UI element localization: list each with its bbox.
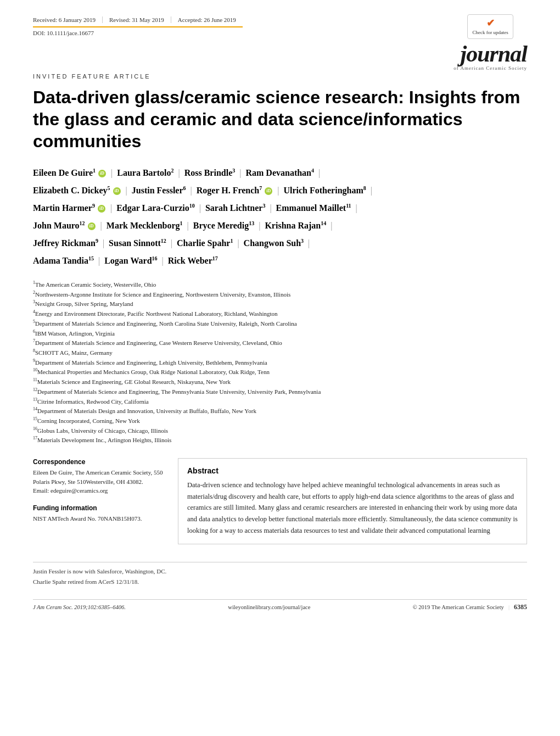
orcid-deguire: iD bbox=[98, 170, 106, 177]
author-fessler-sup: 6 bbox=[183, 185, 186, 191]
affiliation-item: 11Materials Science and Engineering, GE … bbox=[33, 377, 527, 387]
author-french-sup: 7 bbox=[259, 185, 262, 191]
author-rickman-sup: 9 bbox=[96, 238, 98, 244]
affiliation-item: 4Energy and Environment Directorate, Pac… bbox=[33, 309, 527, 319]
author-deguire-sup: 1 bbox=[93, 168, 96, 174]
author-mauro-sup: 12 bbox=[80, 220, 85, 226]
affiliation-item: 17Materials Development Inc., Arlington … bbox=[33, 435, 527, 445]
author-laracurzio-sup: 10 bbox=[189, 203, 195, 209]
orcid-mauro: iD bbox=[88, 222, 96, 230]
abstract-heading: Abstract bbox=[187, 466, 518, 475]
journal-logo: journal bbox=[453, 42, 527, 65]
orcid-french: iD bbox=[265, 187, 272, 195]
author-lichtner: Sarah Lichtner bbox=[205, 203, 262, 213]
authors-line-1: Eileen De Guire1 iD | Laura Bartolo2 | R… bbox=[33, 164, 527, 182]
author-rickman: Jeffrey Rickman bbox=[33, 238, 96, 248]
footer-bar: J Am Ceram Soc. 2019;102:6385–6406. wile… bbox=[33, 599, 527, 611]
authors-line-6: Adama Tandia15 | Logan Ward16 | Rick Web… bbox=[33, 252, 527, 270]
author-ward: Logan Ward bbox=[104, 256, 152, 265]
author-ward-sup: 16 bbox=[152, 255, 158, 261]
author-sinnott: Susan Sinnott bbox=[109, 238, 161, 248]
header-dates-bar: Received: 6 January 2019 Revised: 31 May… bbox=[33, 16, 243, 27]
funding-heading: Funding information bbox=[33, 504, 165, 512]
author-spahr-sup: 1 bbox=[230, 238, 233, 244]
affiliation-item: 13Citrine Informatics, Redwood City, Cal… bbox=[33, 397, 527, 406]
section-label: INVITED FEATURE ARTICLE bbox=[33, 73, 527, 80]
affiliation-item: 1The American Ceramic Society, Westervil… bbox=[33, 280, 527, 289]
abstract-text: Data-driven science and technology have … bbox=[187, 479, 518, 536]
footer-citation: J Am Ceram Soc. 2019;102:6385–6406. bbox=[33, 604, 126, 610]
author-laracurzio: Edgar Lara-Curzio bbox=[116, 203, 189, 213]
affiliation-item: 12Department of Materials Science and En… bbox=[33, 387, 527, 397]
footnotes-section: Justin Fessler is now with Salesforce, W… bbox=[33, 562, 527, 586]
main-columns: Correspondence Eileen De Guire, The Amer… bbox=[33, 458, 527, 544]
doi-line: DOI: 10.1111/jace.16677 bbox=[33, 30, 243, 36]
footer-right: © 2019 The American Ceramic Society | 63… bbox=[413, 603, 527, 611]
author-mauro: John Mauro bbox=[33, 221, 80, 230]
affiliation-item: 10Mechanical Properties and Mechanics Gr… bbox=[33, 367, 527, 377]
affiliation-item: 7Department of Materials Science and Eng… bbox=[33, 338, 527, 348]
check-updates-badge[interactable]: ✔ Check for updates bbox=[467, 14, 513, 39]
author-french: Roger H. French bbox=[197, 186, 260, 195]
revised-date: Revised: 31 May 2019 bbox=[103, 16, 171, 23]
author-bartolo: Laura Bartolo bbox=[117, 168, 171, 177]
funding-block: Funding information NIST AMTech Award No… bbox=[33, 504, 165, 523]
author-tandia-sup: 15 bbox=[88, 255, 94, 261]
abstract-block: Abstract Data-driven science and technol… bbox=[178, 458, 527, 544]
author-dickey-sup: 5 bbox=[108, 185, 110, 191]
page: Received: 6 January 2019 Revised: 31 May… bbox=[0, 0, 560, 736]
author-tandia: Adama Tandia bbox=[33, 256, 88, 265]
author-lichtner-sup: 3 bbox=[262, 203, 265, 209]
funding-text: NIST AMTech Award No. 70NANB15H073. bbox=[33, 514, 165, 523]
received-date: Received: 6 January 2019 bbox=[33, 16, 103, 23]
orcid-dickey: iD bbox=[113, 187, 121, 195]
author-spahr: Charlie Spahr bbox=[177, 238, 230, 248]
affiliations-list: 1The American Ceramic Society, Westervil… bbox=[33, 280, 527, 445]
author-fotheringham: Ulrich Fotheringham bbox=[283, 186, 363, 195]
authors-line-5: Jeffrey Rickman9 | Susan Sinnott12 | Cha… bbox=[33, 235, 527, 252]
author-harmer-sup: 9 bbox=[92, 203, 95, 209]
author-deguire: Eileen De Guire bbox=[33, 168, 93, 177]
author-sinnott-sup: 12 bbox=[161, 238, 166, 244]
journal-subtitle: of American Ceramic Society bbox=[453, 65, 527, 71]
correspondence-block: Correspondence Eileen De Guire, The Amer… bbox=[33, 458, 165, 495]
authors-section: Eileen De Guire1 iD | Laura Bartolo2 | R… bbox=[33, 164, 527, 270]
footer-page: 6385 bbox=[514, 603, 527, 611]
author-devanathan-sup: 4 bbox=[311, 168, 314, 174]
author-meredig: Bryce Meredig bbox=[193, 221, 249, 230]
affiliation-item: 9Department of Materials Science and Eng… bbox=[33, 358, 527, 367]
left-column: Correspondence Eileen De Guire, The Amer… bbox=[33, 458, 165, 544]
footer-copyright: © 2019 The American Ceramic Society bbox=[413, 604, 504, 610]
author-weber-sup: 17 bbox=[212, 255, 218, 261]
orcid-harmer: iD bbox=[98, 205, 105, 213]
author-fessler: Justin Fessler bbox=[132, 186, 183, 195]
author-dickey: Elizabeth C. Dickey bbox=[33, 186, 108, 195]
author-rajan-sup: 14 bbox=[321, 220, 326, 226]
affiliation-item: 16Globus Labs, University of Chicago, Ch… bbox=[33, 426, 527, 436]
footer-url: wileyonlinelibrary.com/journal/jace bbox=[228, 604, 310, 610]
affiliation-item: 15Corning Incorporated, Corning, New Yor… bbox=[33, 416, 527, 426]
author-devanathan: Ram Devanathan bbox=[245, 168, 311, 177]
accepted-date: Accepted: 26 June 2019 bbox=[171, 16, 243, 23]
affiliation-item: 3Nexight Group, Silver Spring, Maryland bbox=[33, 299, 527, 309]
author-weber: Rick Weber bbox=[168, 256, 212, 265]
check-updates-label: Check for updates bbox=[472, 30, 508, 36]
affiliation-item: 5Department of Materials Science and Eng… bbox=[33, 319, 527, 328]
author-fotheringham-sup: 8 bbox=[363, 185, 366, 191]
paper-title: Data-driven glass/ceramic science resear… bbox=[33, 86, 527, 152]
author-brindle-sup: 3 bbox=[232, 168, 235, 174]
author-suh-sup: 3 bbox=[301, 238, 304, 244]
author-maillet: Emmanuel Maillet bbox=[276, 203, 346, 213]
affiliation-item: 14Department of Materials Design and Inn… bbox=[33, 406, 527, 416]
authors-line-3: Martin Harmer9 iD | Edgar Lara-Curzio10 … bbox=[33, 199, 527, 217]
footnote-item: Justin Fessler is now with Salesforce, W… bbox=[33, 567, 527, 576]
author-mecklenborg-sup: 1 bbox=[180, 220, 183, 226]
right-column: Abstract Data-driven science and technol… bbox=[178, 458, 527, 544]
author-suh: Changwon Suh bbox=[244, 238, 301, 248]
author-rajan: Krishna Rajan bbox=[265, 221, 321, 230]
affiliation-item: 6IBM Watson, Arlington, Virginia bbox=[33, 328, 527, 338]
author-harmer: Martin Harmer bbox=[33, 203, 92, 213]
affiliation-item: 8SCHOTT AG, Mainz, Germany bbox=[33, 348, 527, 358]
author-brindle: Ross Brindle bbox=[184, 168, 233, 177]
authors-line-4: John Mauro12 iD | Mark Mecklenborg1 | Br… bbox=[33, 217, 527, 235]
